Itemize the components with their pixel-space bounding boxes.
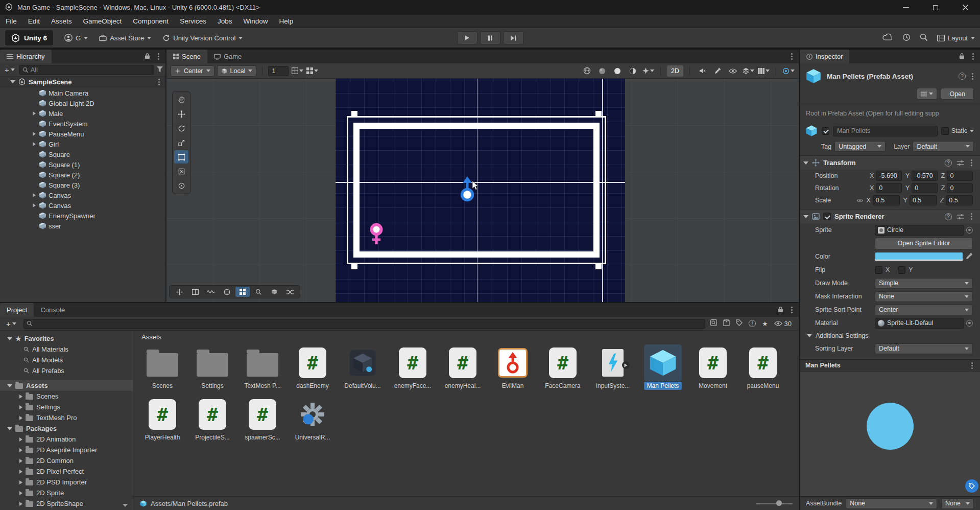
color-swatch[interactable] — [875, 252, 963, 261]
hierarchy-item[interactable]: Main Camera — [0, 88, 165, 98]
menu-item[interactable]: Edit — [22, 15, 45, 28]
menu-item[interactable]: GameObject — [78, 15, 128, 28]
maximize-button[interactable] — [921, 0, 950, 15]
rotate-tool-button[interactable] — [174, 122, 188, 135]
scale-y-field[interactable]: 0.5 — [910, 195, 937, 205]
hierarchy-item[interactable]: sser — [0, 221, 165, 231]
position-z-field[interactable]: 0 — [947, 171, 973, 181]
2d-toggle-button[interactable]: 2D — [667, 65, 683, 77]
columns-dropdown[interactable] — [757, 65, 770, 77]
hierarchy-item[interactable]: Square (1) — [0, 159, 165, 170]
expand-arrow[interactable] — [19, 459, 22, 463]
asset-store-dropdown[interactable]: Asset Store — [99, 34, 151, 42]
create-object-button[interactable]: + — [3, 65, 17, 74]
hierarchy-item[interactable]: Canvas — [0, 200, 165, 211]
menu-item[interactable]: Help — [273, 15, 299, 28]
layer-dropdown[interactable]: Default — [913, 141, 974, 152]
assetbundle-bubble[interactable] — [965, 479, 978, 493]
scene-viewport[interactable] — [166, 79, 799, 302]
expand-arrow[interactable] — [33, 142, 36, 146]
shuffle-icon[interactable] — [283, 287, 297, 297]
package-folder[interactable]: 2D Pixel Perfect — [0, 466, 133, 477]
sorting-layer-dropdown[interactable]: Default — [875, 343, 973, 354]
hierarchy-item[interactable]: Girl — [0, 139, 165, 149]
asset-enemyhealth[interactable]: #enemyHeal... — [438, 344, 488, 390]
expand-arrow[interactable] — [19, 437, 22, 442]
panel-menu-icon[interactable] — [791, 309, 793, 311]
project-search-input[interactable] — [35, 320, 702, 327]
favorites-item[interactable]: All Models — [0, 355, 133, 365]
asset-folder[interactable]: Scenes — [0, 391, 133, 402]
lock-icon[interactable] — [145, 53, 150, 61]
thumbnail-zoom-slider[interactable] — [756, 503, 793, 504]
menu-item[interactable]: Component — [127, 15, 174, 28]
package-folder[interactable]: 2D Common — [0, 455, 133, 466]
flip-y-checkbox[interactable] — [898, 266, 905, 274]
help-icon[interactable]: ? — [959, 73, 966, 80]
favorites-header[interactable]: ★ Favorites — [0, 333, 133, 344]
foldout-arrow[interactable] — [803, 215, 808, 218]
foldout-arrow[interactable] — [803, 161, 808, 165]
label-tag-icon[interactable] — [736, 319, 743, 328]
package-folder[interactable]: 2D SpriteShape — [0, 498, 133, 509]
expand-arrow[interactable] — [7, 384, 12, 387]
hierarchy-search-input[interactable] — [31, 66, 151, 74]
open-search-window-icon[interactable] — [710, 319, 717, 328]
object-picker-icon[interactable] — [966, 320, 973, 327]
tag-dropdown[interactable]: Untagged — [834, 141, 886, 152]
asset-universalrp[interactable]: UniversalR... — [288, 396, 338, 442]
hierarchy-item[interactable]: Global Light 2D — [0, 98, 165, 108]
eyedropper-icon[interactable] — [966, 252, 973, 261]
asset-enemyface[interactable]: #enemyFace... — [388, 344, 438, 390]
favorites-item[interactable]: All Prefabs — [0, 365, 133, 376]
package-folder[interactable]: 2D PSD Importer — [0, 477, 133, 488]
transform-component-header[interactable]: Transform ? — [800, 155, 980, 170]
wave-icon[interactable] — [204, 287, 218, 297]
tab-project[interactable]: Project — [0, 303, 34, 317]
sprite-object-field[interactable]: Circle — [875, 225, 964, 236]
scale-tool-button[interactable] — [174, 136, 188, 149]
grid-snap-dropdown[interactable] — [291, 65, 303, 77]
version-control-dropdown[interactable]: Unity Version Control — [162, 34, 243, 42]
search-icon[interactable] — [920, 33, 928, 43]
assetbundle-variant-dropdown[interactable]: None — [941, 498, 974, 509]
subasset-expander[interactable] — [622, 361, 630, 369]
breadcrumb[interactable]: Assets/Man Pellets.prefab — [133, 496, 799, 510]
tab-game[interactable]: Game — [207, 50, 248, 63]
overrides-dropdown[interactable] — [917, 88, 937, 100]
play-button[interactable] — [457, 31, 477, 44]
hand-tool-button[interactable] — [174, 93, 188, 106]
context-menu-icon[interactable] — [971, 216, 972, 217]
presets-icon[interactable] — [957, 160, 964, 166]
tab-hierarchy[interactable]: Hierarchy — [0, 50, 52, 63]
expand-arrow[interactable] — [19, 480, 22, 484]
expand-arrow[interactable] — [19, 502, 22, 506]
asset-defaultvolume[interactable]: DefaultVolu... — [338, 344, 388, 390]
object-picker-icon[interactable] — [966, 227, 973, 234]
cloud-icon[interactable] — [882, 33, 893, 42]
menu-item[interactable]: Window — [237, 15, 273, 28]
menu-item[interactable]: Assets — [45, 15, 78, 28]
context-menu-icon[interactable] — [972, 76, 973, 77]
open-prefab-button[interactable]: Open — [941, 88, 974, 100]
preview-menu-icon[interactable] — [971, 365, 973, 366]
position-x-field[interactable]: -5.690 — [876, 171, 902, 181]
scene-options-icon[interactable] — [158, 81, 160, 83]
expand-arrow[interactable] — [33, 132, 36, 136]
expand-arrow[interactable] — [33, 193, 36, 197]
pivot-dropdown[interactable]: Center — [171, 65, 214, 77]
favorites-item[interactable]: All Materials — [0, 344, 133, 355]
asset-playerhealth[interactable]: #PlayerHealth — [137, 396, 187, 442]
hierarchy-item[interactable]: Canvas — [0, 190, 165, 200]
static-dropdown[interactable]: Static — [941, 127, 974, 135]
panel-menu-icon[interactable] — [158, 56, 159, 57]
rotation-y-field[interactable]: 0 — [912, 183, 938, 193]
history-icon[interactable] — [902, 33, 911, 43]
asset-spawnerscript[interactable]: #spawnerSc... — [237, 396, 288, 442]
tab-console[interactable]: Console — [34, 303, 71, 317]
sprite-sort-point-dropdown[interactable]: Center — [875, 305, 973, 315]
import-log-icon[interactable]: ! — [749, 320, 756, 327]
minimize-button[interactable] — [891, 0, 921, 15]
asset-man-pellets[interactable]: Man Pellets — [638, 344, 688, 390]
hierarchy-search-box[interactable] — [19, 65, 154, 75]
